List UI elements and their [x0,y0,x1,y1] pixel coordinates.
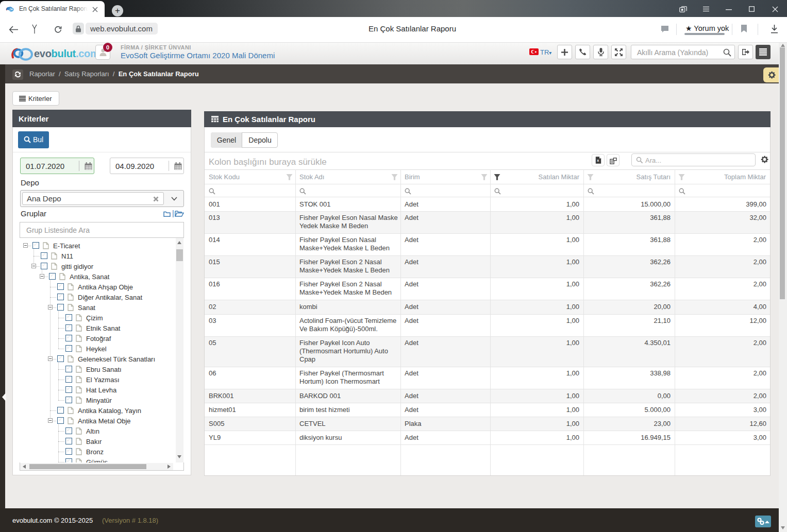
svg-text:x: x [597,158,599,163]
